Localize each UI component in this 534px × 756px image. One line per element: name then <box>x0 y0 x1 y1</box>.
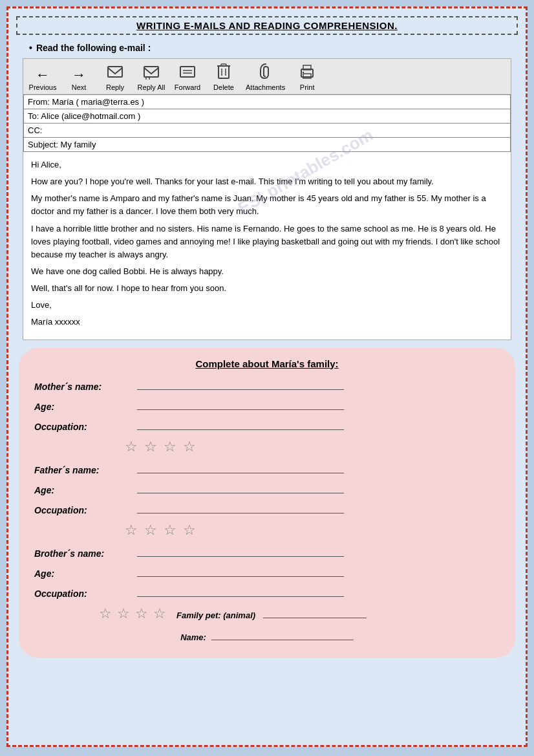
svg-rect-4 <box>180 67 195 77</box>
star-9: ☆ <box>99 605 112 622</box>
mother-occupation-row: Occupation: <box>34 418 500 432</box>
print-button[interactable]: Print <box>293 64 321 91</box>
cc-field: CC: <box>24 124 511 138</box>
father-occupation-input[interactable] <box>137 502 344 513</box>
mother-age-row: Age: <box>34 398 500 412</box>
mother-age-label: Age: <box>34 402 134 412</box>
page-title: WRITING E-MAILS AND READING COMPREHENSIO… <box>136 20 398 31</box>
pet-row: ☆ ☆ ☆ ☆ Family pet: (animal) <box>99 605 500 622</box>
svg-rect-1 <box>144 67 158 77</box>
form-title: Complete about María's family: <box>34 358 500 369</box>
star-7: ☆ <box>164 522 176 539</box>
next-button[interactable]: → Next <box>65 68 93 91</box>
title-box: WRITING E-MAILS AND READING COMPREHENSIO… <box>16 16 518 35</box>
father-occupation-label: Occupation: <box>34 505 134 515</box>
outer-border: WRITING E-MAILS AND READING COMPREHENSIO… <box>6 6 528 747</box>
star-4: ☆ <box>183 438 196 455</box>
body-line-4: I have a horrible little brother and no … <box>31 222 503 261</box>
reply-all-icon <box>143 65 160 82</box>
svg-rect-0 <box>108 67 122 77</box>
brother-age-row: Age: <box>34 565 500 579</box>
brother-name-row: Brother´s name: <box>34 545 500 559</box>
read-instruction: • Read the following e-mail : <box>29 43 518 53</box>
star-6: ☆ <box>144 522 157 539</box>
reply-all-button[interactable]: Reply All <box>137 65 166 91</box>
father-age-row: Age: <box>34 482 500 495</box>
body-line-1: Hi Alice, <box>31 158 503 171</box>
family-pet-input[interactable] <box>263 607 367 618</box>
mother-stars: ☆ ☆ ☆ ☆ <box>125 438 500 455</box>
father-age-label: Age: <box>34 485 134 495</box>
brother-label: Brother´s name: <box>34 548 134 559</box>
body-line-6: Well, that's all for now. I hope to hear… <box>31 282 503 295</box>
brother-occupation-input[interactable] <box>137 585 344 597</box>
to-field: To: Alice (alice@hotmail.com ) <box>24 109 511 124</box>
cc-row: CC: <box>24 124 511 138</box>
brother-occupation-label: Occupation: <box>34 589 134 599</box>
email-client: ← Previous → Next Reply Re <box>23 58 511 340</box>
svg-point-15 <box>303 72 304 73</box>
subject-row: Subject: My family <box>24 138 511 152</box>
brother-occupation-row: Occupation: <box>34 585 500 599</box>
mother-label: Mother´s name: <box>34 382 134 392</box>
mother-age-input[interactable] <box>137 398 344 410</box>
family-pet-label: Family pet: (animal) <box>176 610 255 620</box>
mother-name-input[interactable] <box>137 378 344 390</box>
name-label: Name: <box>180 632 206 642</box>
previous-button[interactable]: ← Previous <box>28 68 57 91</box>
pet-name-input[interactable] <box>211 629 354 640</box>
delete-icon <box>217 63 231 82</box>
print-icon <box>299 64 315 82</box>
star-10: ☆ <box>117 605 130 622</box>
email-toolbar: ← Previous → Next Reply Re <box>23 59 511 94</box>
star-2: ☆ <box>144 438 157 455</box>
body-line-7: Love, <box>31 299 503 312</box>
name-row: Name: <box>34 629 500 642</box>
brother-age-label: Age: <box>34 568 134 579</box>
email-container: ← Previous → Next Reply Re <box>16 58 518 340</box>
to-row: To: Alice (alice@hotmail.com ) <box>24 109 511 124</box>
mother-occupation-input[interactable] <box>137 418 344 430</box>
father-age-input[interactable] <box>137 482 344 493</box>
reply-button[interactable]: Reply <box>101 65 129 91</box>
father-name-row: Father´s name: <box>34 462 500 475</box>
from-row: From: María ( maria@terra.es ) <box>24 95 511 109</box>
father-occupation-row: Occupation: <box>34 502 500 515</box>
father-label: Father´s name: <box>34 465 134 475</box>
body-line-8: María xxxxxx <box>31 316 503 329</box>
reply-icon <box>107 65 123 82</box>
brother-name-input[interactable] <box>137 545 344 557</box>
form-section: Complete about María's family: Mother´s … <box>19 348 515 658</box>
mother-name-row: Mother´s name: <box>34 378 500 392</box>
subject-field: Subject: My family <box>24 138 511 152</box>
delete-button[interactable]: Delete <box>209 63 238 91</box>
star-3: ☆ <box>164 438 176 455</box>
star-1: ☆ <box>125 438 138 455</box>
body-line-2: How are you? I hope you're well. Thanks … <box>31 175 503 188</box>
star-5: ☆ <box>125 522 138 539</box>
star-11: ☆ <box>135 605 148 622</box>
father-stars: ☆ ☆ ☆ ☆ <box>125 522 500 539</box>
attachments-icon <box>259 63 273 82</box>
body-line-3: My mother's name is Amparo and my father… <box>31 192 503 218</box>
body-line-5: We have one dog called Bobbi. He is alwa… <box>31 265 503 278</box>
attachments-button[interactable]: Attachments <box>246 63 285 91</box>
brother-age-input[interactable] <box>137 565 344 577</box>
next-icon: → <box>72 68 86 82</box>
star-8: ☆ <box>183 522 196 539</box>
forward-icon <box>179 65 196 82</box>
email-body: Hi Alice, How are you? I hope you're wel… <box>23 152 511 340</box>
forward-button[interactable]: Forward <box>173 65 202 91</box>
svg-rect-7 <box>219 66 229 78</box>
star-12: ☆ <box>153 605 166 622</box>
previous-icon: ← <box>36 68 50 82</box>
from-field: From: María ( maria@terra.es ) <box>24 95 511 109</box>
father-name-input[interactable] <box>137 462 344 473</box>
mother-occupation-label: Occupation: <box>34 422 134 432</box>
email-headers: From: María ( maria@terra.es ) To: Alice… <box>23 94 511 152</box>
